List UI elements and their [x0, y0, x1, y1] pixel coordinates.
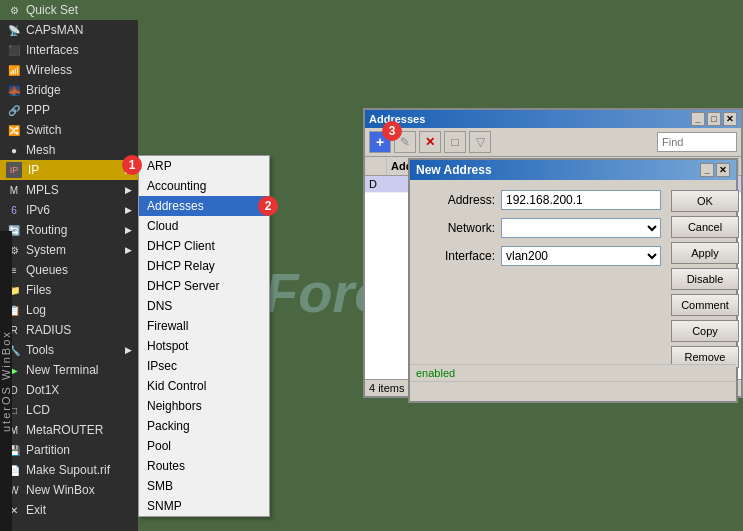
apply-button[interactable]: Apply — [671, 242, 739, 264]
bridge-icon: 🌉 — [6, 82, 22, 98]
address-input[interactable] — [501, 190, 661, 210]
col-flag — [367, 158, 387, 174]
submenu-dhcp-client[interactable]: DHCP Client — [139, 236, 269, 256]
sidebar: ⚙ Quick Set 📡 CAPsMAN ⬛ Interfaces 📶 Wir… — [0, 0, 138, 531]
submenu-snmp[interactable]: SNMP — [139, 496, 269, 516]
titlebar-buttons: _ □ ✕ — [691, 112, 737, 126]
sidebar-item-metarouter[interactable]: M MetaROUTER — [0, 420, 138, 440]
interfaces-icon: ⬛ — [6, 42, 22, 58]
filter-button[interactable]: ▽ — [469, 131, 491, 153]
submenu-accounting[interactable]: Accounting — [139, 176, 269, 196]
sidebar-item-ip[interactable]: IP IP ▶ — [0, 160, 138, 180]
sidebar-item-tools[interactable]: 🔧 Tools ▶ — [0, 340, 138, 360]
comment-button[interactable]: Comment — [671, 294, 739, 316]
network-label: Network: — [420, 221, 495, 235]
sidebar-item-new-winbox[interactable]: W New WinBox — [0, 480, 138, 500]
new-address-body: Address: Network: Interface: vlan200 OK … — [410, 180, 736, 378]
copy-button[interactable]: Copy — [671, 320, 739, 342]
network-select[interactable] — [501, 218, 661, 238]
find-input[interactable] — [657, 132, 737, 152]
ipv6-arrow-icon: ▶ — [125, 205, 132, 215]
close-button[interactable]: ✕ — [723, 112, 737, 126]
sidebar-item-new-terminal[interactable]: ▶ New Terminal — [0, 360, 138, 380]
mpls-icon: M — [6, 182, 22, 198]
cancel-button[interactable]: Cancel — [671, 216, 739, 238]
sidebar-item-bridge[interactable]: 🌉 Bridge — [0, 80, 138, 100]
dialog-buttons: OK Cancel Apply Disable Comment Copy Rem… — [671, 190, 739, 368]
submenu-dhcp-relay[interactable]: DHCP Relay — [139, 256, 269, 276]
sidebar-item-switch[interactable]: 🔀 Switch — [0, 120, 138, 140]
new-addr-titlebar-buttons: _ ✕ — [700, 163, 730, 177]
sidebar-item-routing[interactable]: 🔄 Routing ▶ — [0, 220, 138, 240]
sidebar-item-queues[interactable]: ≡ Queues — [0, 260, 138, 280]
disable-button[interactable]: Disable — [671, 268, 739, 290]
sidebar-item-quick-set[interactable]: ⚙ Quick Set — [0, 0, 138, 20]
routing-arrow-icon: ▶ — [125, 225, 132, 235]
copy-address-button[interactable]: □ — [444, 131, 466, 153]
badge-3: 3 — [382, 121, 402, 141]
address-label: Address: — [420, 193, 495, 207]
badge-2: 2 — [258, 196, 278, 216]
sidebar-item-ppp[interactable]: 🔗 PPP — [0, 100, 138, 120]
new-address-titlebar: New Address _ ✕ — [410, 160, 736, 180]
quick-set-icon: ⚙ — [6, 2, 22, 18]
minimize-button[interactable]: _ — [691, 112, 705, 126]
sidebar-item-wireless[interactable]: 📶 Wireless — [0, 60, 138, 80]
sidebar-item-radius[interactable]: R RADIUS — [0, 320, 138, 340]
submenu-dhcp-server[interactable]: DHCP Server — [139, 276, 269, 296]
submenu-smb[interactable]: SMB — [139, 476, 269, 496]
new-address-footer — [410, 381, 736, 401]
sidebar-item-system[interactable]: ⚙ System ▶ — [0, 240, 138, 260]
sidebar-item-mpls[interactable]: M MPLS ▶ — [0, 180, 138, 200]
submenu-dns[interactable]: DNS — [139, 296, 269, 316]
submenu-hotspot[interactable]: Hotspot — [139, 336, 269, 356]
wireless-icon: 📶 — [6, 62, 22, 78]
delete-address-button[interactable]: ✕ — [419, 131, 441, 153]
submenu-pool[interactable]: Pool — [139, 436, 269, 456]
mesh-icon: ● — [6, 142, 22, 158]
submenu-kid-control[interactable]: Kid Control — [139, 376, 269, 396]
sidebar-item-ipv6[interactable]: 6 IPv6 ▶ — [0, 200, 138, 220]
submenu-neighbors[interactable]: Neighbors — [139, 396, 269, 416]
sidebar-item-lcd[interactable]: □ LCD — [0, 400, 138, 420]
submenu-arp[interactable]: ARP — [139, 156, 269, 176]
sidebar-item-log[interactable]: 📋 Log — [0, 300, 138, 320]
system-arrow-icon: ▶ — [125, 245, 132, 255]
interface-select[interactable]: vlan200 — [501, 246, 661, 266]
new-addr-minimize-button[interactable]: _ — [700, 163, 714, 177]
network-field-row: Network: — [420, 218, 661, 238]
tools-arrow-icon: ▶ — [125, 345, 132, 355]
sidebar-item-dot1x[interactable]: D Dot1X — [0, 380, 138, 400]
sidebar-item-partition[interactable]: 💾 Partition — [0, 440, 138, 460]
badge-1: 1 — [122, 155, 142, 175]
ppp-icon: 🔗 — [6, 102, 22, 118]
sidebar-item-interfaces[interactable]: ⬛ Interfaces — [0, 40, 138, 60]
sidebar-winbox-label: uterOS WinBox — [0, 231, 12, 531]
submenu-packing[interactable]: Packing — [139, 416, 269, 436]
row-flag: D — [365, 176, 385, 192]
switch-icon: 🔀 — [6, 122, 22, 138]
ipv6-icon: 6 — [6, 202, 22, 218]
interface-label: Interface: — [420, 249, 495, 263]
new-addr-close-button[interactable]: ✕ — [716, 163, 730, 177]
sidebar-item-capsman[interactable]: 📡 CAPsMAN — [0, 20, 138, 40]
sidebar-item-files[interactable]: 📁 Files — [0, 280, 138, 300]
submenu-ipsec[interactable]: IPsec — [139, 356, 269, 376]
submenu-routes[interactable]: Routes — [139, 456, 269, 476]
maximize-button[interactable]: □ — [707, 112, 721, 126]
sidebar-item-mesh[interactable]: ● Mesh — [0, 140, 138, 160]
new-address-fields: Address: Network: Interface: vlan200 — [420, 190, 661, 368]
ok-button[interactable]: OK — [671, 190, 739, 212]
sidebar-item-make-supout[interactable]: 📄 Make Supout.rif — [0, 460, 138, 480]
capsman-icon: 📡 — [6, 22, 22, 38]
addresses-titlebar: Addresses _ □ ✕ — [365, 110, 741, 128]
new-address-title: New Address — [416, 163, 492, 177]
submenu-cloud[interactable]: Cloud — [139, 216, 269, 236]
ip-submenu: ARP Accounting Addresses Cloud DHCP Clie… — [138, 155, 270, 517]
sidebar-item-exit[interactable]: ✕ Exit — [0, 500, 138, 520]
submenu-addresses[interactable]: Addresses — [139, 196, 269, 216]
new-address-status: enabled — [410, 364, 736, 381]
ip-icon: IP — [6, 162, 22, 178]
submenu-firewall[interactable]: Firewall — [139, 316, 269, 336]
new-address-window: New Address _ ✕ Address: Network: Interf… — [408, 158, 738, 403]
